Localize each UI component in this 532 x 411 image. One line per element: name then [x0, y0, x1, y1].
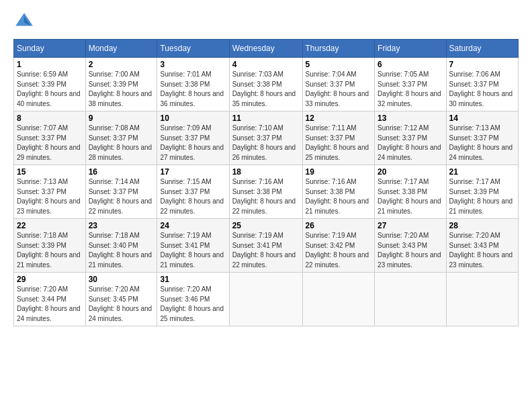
- calendar-cell: 6 Sunrise: 7:05 AMSunset: 3:37 PMDayligh…: [375, 58, 446, 111]
- header: [13, 11, 519, 32]
- day-number: 16: [89, 167, 154, 177]
- day-info: Sunrise: 7:06 AMSunset: 3:37 PMDaylight:…: [449, 71, 513, 107]
- calendar-cell: 31 Sunrise: 7:20 AMSunset: 3:46 PMDaylig…: [157, 273, 229, 326]
- calendar-cell: 26 Sunrise: 7:19 AMSunset: 3:42 PMDaylig…: [302, 219, 375, 273]
- calendar-cell: 29 Sunrise: 7:20 AMSunset: 3:44 PMDaylig…: [14, 273, 86, 326]
- day-number: 26: [306, 221, 372, 230]
- day-header-sunday: Sunday: [14, 40, 86, 58]
- calendar-cell: 10 Sunrise: 7:09 AMSunset: 3:37 PMDaylig…: [157, 111, 229, 165]
- calendar-cell: 28 Sunrise: 7:20 AMSunset: 3:43 PMDaylig…: [446, 219, 518, 273]
- calendar-cell: 19 Sunrise: 7:16 AMSunset: 3:38 PMDaylig…: [302, 165, 375, 219]
- day-number: 8: [17, 113, 83, 123]
- day-number: 21: [449, 167, 515, 177]
- day-header-monday: Monday: [85, 40, 157, 58]
- day-number: 4: [232, 60, 300, 69]
- day-info: Sunrise: 7:19 AMSunset: 3:42 PMDaylight:…: [306, 232, 369, 269]
- day-info: Sunrise: 7:00 AMSunset: 3:39 PMDaylight:…: [89, 71, 152, 107]
- day-number: 19: [306, 167, 372, 177]
- calendar-cell: 11 Sunrise: 7:10 AMSunset: 3:37 PMDaylig…: [229, 111, 302, 165]
- calendar-cell: 9 Sunrise: 7:08 AMSunset: 3:37 PMDayligh…: [85, 111, 157, 165]
- calendar-cell: [302, 273, 375, 326]
- calendar-cell: 23 Sunrise: 7:18 AMSunset: 3:40 PMDaylig…: [85, 219, 157, 273]
- day-number: 25: [232, 221, 300, 230]
- calendar-week-1: 1 Sunrise: 6:59 AMSunset: 3:39 PMDayligh…: [14, 58, 519, 111]
- day-info: Sunrise: 7:01 AMSunset: 3:38 PMDaylight:…: [160, 71, 224, 107]
- day-info: Sunrise: 7:12 AMSunset: 3:37 PMDaylight:…: [378, 124, 441, 161]
- day-info: Sunrise: 7:16 AMSunset: 3:38 PMDaylight:…: [232, 178, 296, 215]
- calendar-cell: 20 Sunrise: 7:17 AMSunset: 3:38 PMDaylig…: [375, 165, 446, 219]
- calendar-week-3: 15 Sunrise: 7:13 AMSunset: 3:37 PMDaylig…: [14, 165, 519, 219]
- day-number: 18: [232, 167, 300, 177]
- day-info: Sunrise: 7:09 AMSunset: 3:37 PMDaylight:…: [160, 124, 224, 161]
- day-number: 1: [17, 60, 83, 69]
- calendar-table: SundayMondayTuesdayWednesdayThursdayFrid…: [13, 39, 519, 326]
- day-number: 11: [232, 113, 300, 123]
- day-number: 12: [306, 113, 372, 123]
- calendar-week-2: 8 Sunrise: 7:07 AMSunset: 3:37 PMDayligh…: [14, 111, 519, 165]
- calendar-cell: 21 Sunrise: 7:17 AMSunset: 3:39 PMDaylig…: [446, 165, 518, 219]
- calendar-cell: 5 Sunrise: 7:04 AMSunset: 3:37 PMDayligh…: [302, 58, 375, 111]
- day-info: Sunrise: 7:13 AMSunset: 3:37 PMDaylight:…: [17, 178, 81, 215]
- day-number: 24: [160, 221, 226, 230]
- calendar-cell: 13 Sunrise: 7:12 AMSunset: 3:37 PMDaylig…: [375, 111, 446, 165]
- day-info: Sunrise: 6:59 AMSunset: 3:39 PMDaylight:…: [17, 71, 81, 107]
- calendar-week-5: 29 Sunrise: 7:20 AMSunset: 3:44 PMDaylig…: [14, 273, 519, 326]
- day-info: Sunrise: 7:07 AMSunset: 3:37 PMDaylight:…: [17, 124, 81, 161]
- day-info: Sunrise: 7:14 AMSunset: 3:37 PMDaylight:…: [89, 178, 152, 215]
- day-info: Sunrise: 7:04 AMSunset: 3:37 PMDaylight:…: [306, 71, 369, 107]
- calendar-cell: 7 Sunrise: 7:06 AMSunset: 3:37 PMDayligh…: [446, 58, 518, 111]
- day-info: Sunrise: 7:15 AMSunset: 3:37 PMDaylight:…: [160, 178, 224, 215]
- calendar-cell: [446, 273, 518, 326]
- day-info: Sunrise: 7:10 AMSunset: 3:37 PMDaylight:…: [232, 124, 296, 161]
- day-info: Sunrise: 7:20 AMSunset: 3:46 PMDaylight:…: [160, 285, 224, 322]
- calendar-cell: 14 Sunrise: 7:13 AMSunset: 3:37 PMDaylig…: [446, 111, 518, 165]
- day-number: 31: [160, 275, 226, 284]
- day-info: Sunrise: 7:18 AMSunset: 3:40 PMDaylight:…: [89, 232, 152, 269]
- day-info: Sunrise: 7:16 AMSunset: 3:38 PMDaylight:…: [306, 178, 369, 215]
- day-number: 2: [89, 60, 154, 69]
- calendar-cell: 24 Sunrise: 7:19 AMSunset: 3:41 PMDaylig…: [157, 219, 229, 273]
- logo-icon: [13, 11, 35, 32]
- calendar-cell: 8 Sunrise: 7:07 AMSunset: 3:37 PMDayligh…: [14, 111, 86, 165]
- day-info: Sunrise: 7:13 AMSunset: 3:37 PMDaylight:…: [449, 124, 513, 161]
- day-info: Sunrise: 7:17 AMSunset: 3:39 PMDaylight:…: [449, 178, 513, 215]
- day-info: Sunrise: 7:19 AMSunset: 3:41 PMDaylight:…: [160, 232, 224, 269]
- calendar-cell: 27 Sunrise: 7:20 AMSunset: 3:43 PMDaylig…: [375, 219, 446, 273]
- day-info: Sunrise: 7:11 AMSunset: 3:37 PMDaylight:…: [306, 124, 369, 161]
- calendar-cell: [229, 273, 302, 326]
- day-header-friday: Friday: [375, 40, 446, 58]
- calendar-cell: 15 Sunrise: 7:13 AMSunset: 3:37 PMDaylig…: [14, 165, 86, 219]
- day-info: Sunrise: 7:20 AMSunset: 3:45 PMDaylight:…: [89, 285, 152, 322]
- day-number: 5: [306, 60, 372, 69]
- day-number: 10: [160, 113, 226, 123]
- day-header-saturday: Saturday: [446, 40, 518, 58]
- day-header-thursday: Thursday: [302, 40, 375, 58]
- day-number: 20: [378, 167, 443, 177]
- day-info: Sunrise: 7:17 AMSunset: 3:38 PMDaylight:…: [378, 178, 441, 215]
- day-number: 6: [378, 60, 443, 69]
- day-number: 22: [17, 221, 83, 230]
- calendar-cell: 30 Sunrise: 7:20 AMSunset: 3:45 PMDaylig…: [85, 273, 157, 326]
- calendar-week-4: 22 Sunrise: 7:18 AMSunset: 3:39 PMDaylig…: [14, 219, 519, 273]
- calendar-cell: 16 Sunrise: 7:14 AMSunset: 3:37 PMDaylig…: [85, 165, 157, 219]
- day-number: 14: [449, 113, 515, 123]
- day-info: Sunrise: 7:20 AMSunset: 3:44 PMDaylight:…: [17, 285, 81, 322]
- calendar-cell: 3 Sunrise: 7:01 AMSunset: 3:38 PMDayligh…: [157, 58, 229, 111]
- day-number: 29: [17, 275, 83, 284]
- calendar-cell: 1 Sunrise: 6:59 AMSunset: 3:39 PMDayligh…: [14, 58, 86, 111]
- day-info: Sunrise: 7:20 AMSunset: 3:43 PMDaylight:…: [449, 232, 513, 269]
- calendar-cell: 17 Sunrise: 7:15 AMSunset: 3:37 PMDaylig…: [157, 165, 229, 219]
- day-number: 27: [378, 221, 443, 230]
- calendar-cell: 4 Sunrise: 7:03 AMSunset: 3:38 PMDayligh…: [229, 58, 302, 111]
- logo: [13, 11, 38, 32]
- day-number: 3: [160, 60, 226, 69]
- calendar-header-row: SundayMondayTuesdayWednesdayThursdayFrid…: [14, 40, 519, 58]
- day-header-tuesday: Tuesday: [157, 40, 229, 58]
- calendar-cell: 22 Sunrise: 7:18 AMSunset: 3:39 PMDaylig…: [14, 219, 86, 273]
- day-number: 7: [449, 60, 515, 69]
- day-info: Sunrise: 7:05 AMSunset: 3:37 PMDaylight:…: [378, 71, 441, 107]
- calendar-cell: 18 Sunrise: 7:16 AMSunset: 3:38 PMDaylig…: [229, 165, 302, 219]
- day-number: 30: [89, 275, 154, 284]
- day-number: 17: [160, 167, 226, 177]
- day-number: 15: [17, 167, 83, 177]
